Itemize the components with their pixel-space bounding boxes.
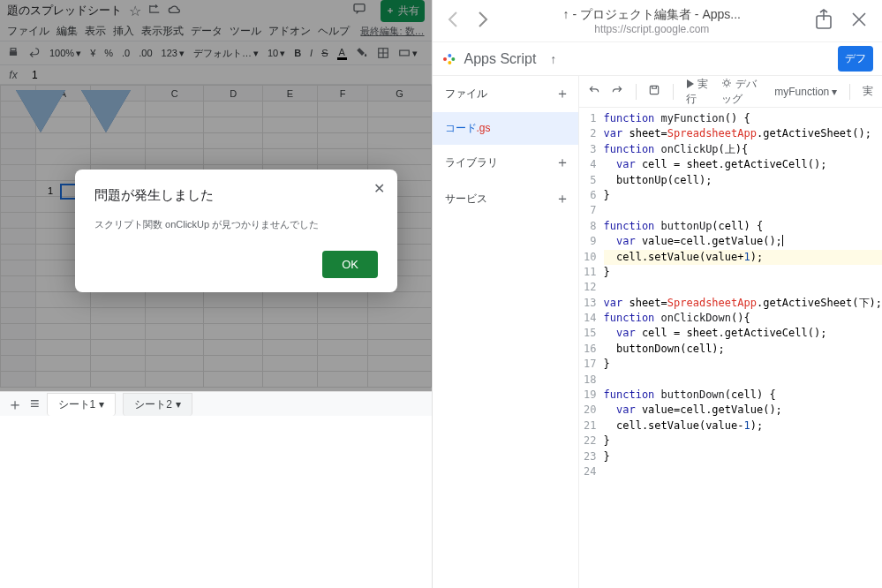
star-icon[interactable]: ☆	[129, 3, 141, 19]
col-E[interactable]: E	[263, 86, 318, 102]
menu-edit[interactable]: 編集	[57, 24, 78, 39]
error-modal: ✕ 問題が発生しました スクリプト関数 onClickUp が見つかりませんでし…	[75, 170, 397, 292]
col-D[interactable]: D	[204, 86, 263, 102]
forward-icon[interactable]	[477, 11, 489, 32]
sheets-menubar: ファイル 編集 表示 挿入 表示形式 データ ツール アドオン ヘルプ 最終編集…	[0, 21, 432, 41]
files-section: ファイル ＋	[433, 76, 578, 112]
save-icon[interactable]	[648, 84, 660, 99]
line-gutter: 123456789101112131415161718192021222324	[579, 111, 604, 588]
script-sidebar: ファイル ＋ コード.gs ライブラリ ＋ サービス ＋	[433, 76, 579, 588]
close-icon[interactable]: ✕	[373, 180, 385, 197]
back-icon[interactable]	[447, 11, 459, 32]
svg-point-7	[448, 54, 451, 57]
sheet-tab-1[interactable]: シート1 ▾	[47, 393, 117, 416]
col-F[interactable]: F	[317, 86, 367, 102]
et-redo-icon[interactable]	[611, 84, 623, 99]
font-size-dropdown[interactable]: 10 ▾	[268, 48, 285, 59]
services-section[interactable]: サービス ＋	[433, 181, 578, 217]
deploy-button[interactable]: デフ	[838, 46, 873, 72]
modal-message: スクリプト関数 onClickUp が見つかりませんでした	[94, 218, 378, 231]
google-sheets-pane: 題のスプレッドシート ☆ 共有 ファイル 編集 表示 挿入 表示形式 データ ツ…	[0, 0, 432, 588]
menu-insert[interactable]: 挿入	[113, 24, 134, 39]
triangle-up-shape[interactable]	[16, 90, 65, 132]
add-file-icon[interactable]: ＋	[555, 85, 569, 103]
italic-icon[interactable]: I	[310, 48, 313, 58]
strike-icon[interactable]: S	[321, 48, 328, 58]
code-area[interactable]: 123456789101112131415161718192021222324 …	[579, 108, 882, 588]
add-service-icon[interactable]: ＋	[555, 190, 569, 208]
modal-title: 問題が発生しました	[94, 187, 378, 204]
app-name: Apps Script	[464, 51, 537, 67]
decrease-decimal[interactable]: .0	[122, 48, 130, 58]
execution-log[interactable]: 実	[863, 84, 873, 99]
libraries-section[interactable]: ライブラリ ＋	[433, 145, 578, 181]
svg-point-11	[725, 80, 729, 85]
svg-point-9	[451, 57, 455, 61]
sheet-tab-2[interactable]: シート2 ▾	[123, 393, 192, 416]
code-editor: 実行 デバッグ myFunction ▾ 実 12345678910111213…	[579, 76, 882, 588]
formula-bar: fx 1	[0, 65, 432, 85]
file-item-code[interactable]: コード.gs	[433, 112, 578, 145]
safari-close-icon[interactable]	[850, 11, 868, 32]
sheets-header: 題のスプレッドシート ☆ 共有	[0, 0, 432, 21]
editor-toolbar: 実行 デバッグ myFunction ▾ 実	[579, 76, 882, 108]
menu-help[interactable]: ヘルプ	[318, 24, 350, 39]
comments-icon[interactable]	[352, 2, 366, 19]
borders-icon[interactable]	[377, 47, 389, 59]
menu-view[interactable]: 表示	[85, 24, 106, 39]
svg-rect-10	[651, 86, 659, 94]
run-button[interactable]: 実行	[686, 77, 711, 107]
fx-label: fx	[0, 69, 26, 81]
all-sheets-icon[interactable]: ≡	[30, 395, 40, 413]
add-library-icon[interactable]: ＋	[555, 154, 569, 172]
code-lines[interactable]: function myFunction() {var sheet=Spreads…	[604, 111, 882, 588]
menu-file[interactable]: ファイル	[7, 24, 49, 39]
apps-script-topbar: Apps Script ↑ デフ	[433, 42, 882, 76]
function-select[interactable]: myFunction ▾	[774, 86, 837, 98]
ok-button[interactable]: OK	[322, 251, 378, 278]
currency-format[interactable]: ¥	[90, 48, 95, 58]
svg-rect-2	[11, 49, 16, 51]
last-edit-info[interactable]: 最終編集: 数…	[360, 25, 424, 38]
col-G[interactable]: G	[368, 86, 431, 102]
cloud-icon[interactable]	[168, 3, 182, 19]
et-undo-icon[interactable]	[588, 84, 600, 99]
page-url: https://script.google.com	[507, 23, 797, 35]
move-icon[interactable]	[148, 3, 161, 19]
svg-rect-1	[10, 51, 17, 56]
merge-icon[interactable]: ▾	[398, 47, 418, 59]
share-button[interactable]: 共有	[381, 0, 424, 22]
svg-rect-0	[354, 4, 365, 11]
bold-icon[interactable]: B	[294, 48, 301, 58]
svg-rect-4	[400, 50, 410, 56]
svg-point-6	[443, 57, 447, 61]
fill-color-icon[interactable]	[356, 47, 368, 59]
menu-addons[interactable]: アドオン	[268, 24, 311, 39]
apps-script-pane: ↑ - プロジェクト編集者 - Apps... https://script.g…	[432, 0, 882, 588]
zoom-dropdown[interactable]: 100% ▾	[49, 48, 81, 59]
percent-format[interactable]: %	[104, 48, 113, 58]
add-sheet-icon[interactable]: ＋	[7, 394, 23, 415]
col-C[interactable]: C	[145, 86, 204, 102]
increase-decimal[interactable]: .00	[139, 48, 152, 58]
menu-data[interactable]: データ	[191, 24, 222, 39]
menu-format[interactable]: 表示形式	[141, 24, 184, 39]
doc-title[interactable]: 題のスプレッドシート	[7, 3, 122, 19]
menu-tools[interactable]: ツール	[230, 24, 261, 39]
svg-point-8	[448, 61, 451, 64]
up-arrow-icon[interactable]: ↑	[550, 52, 556, 66]
number-format-dropdown[interactable]: 123 ▾	[162, 48, 185, 59]
print-icon[interactable]	[7, 47, 19, 59]
text-color-icon[interactable]: A	[337, 47, 347, 60]
formula-value[interactable]: 1	[26, 69, 38, 81]
debug-button[interactable]: デバッグ	[721, 77, 764, 107]
sheets-toolbar: 100% ▾ ¥ % .0 .00 123 ▾ デフォルト… ▾ 10 ▾ B …	[0, 41, 432, 65]
selected-cell-value: 1	[48, 185, 53, 196]
safari-share-icon[interactable]	[815, 9, 833, 34]
sheet-tabs: ＋ ≡ シート1 ▾ シート2 ▾	[0, 391, 432, 416]
undo-icon[interactable]	[28, 47, 41, 59]
font-dropdown[interactable]: デフォルト… ▾	[193, 47, 259, 60]
drawing-shapes	[42, 90, 131, 132]
triangle-down-shape[interactable]	[81, 90, 131, 132]
page-title: ↑ - プロジェクト編集者 - Apps...	[507, 7, 797, 23]
